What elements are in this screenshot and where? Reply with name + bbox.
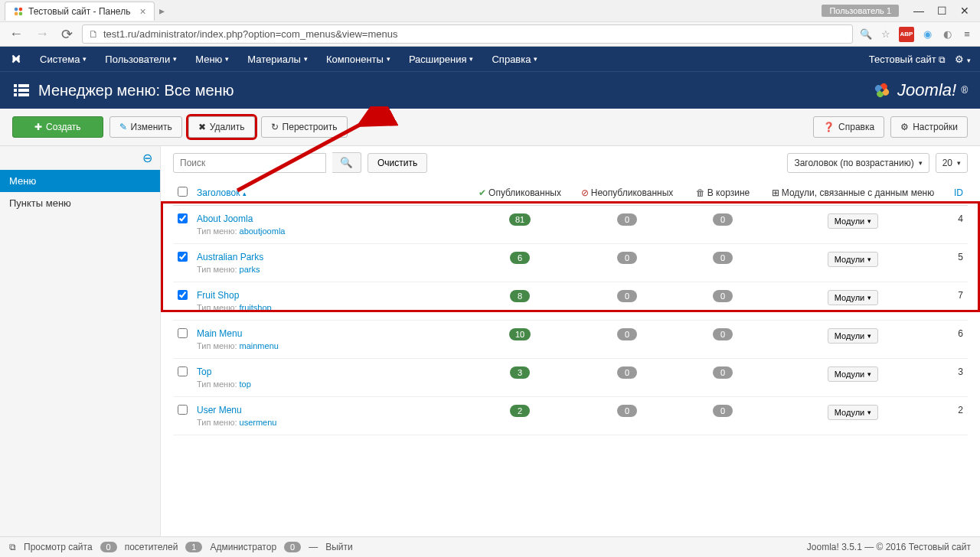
clear-button[interactable]: Очистить [368, 153, 427, 173]
unpublished-badge[interactable]: 0 [617, 405, 637, 417]
nav-content[interactable]: Материалы▾ [240, 49, 315, 70]
trashed-badge[interactable]: 0 [713, 213, 733, 226]
sort-asc-icon: ▴ [243, 190, 247, 197]
row-title-link[interactable]: Top [197, 366, 211, 377]
search-input[interactable] [173, 153, 326, 173]
joomla-favicon-icon [13, 6, 24, 17]
row-type-link[interactable]: mainmenu [240, 341, 279, 350]
check-all[interactable] [178, 187, 188, 197]
svg-point-0 [15, 7, 18, 11]
row-title-link[interactable]: About Joomla [197, 213, 253, 224]
unpublished-badge[interactable]: 0 [617, 328, 637, 340]
nav-users[interactable]: Пользователи▾ [97, 49, 185, 70]
trashed-badge[interactable]: 0 [713, 405, 733, 417]
page-title: Менеджер меню: Все меню [38, 82, 234, 99]
row-checkbox[interactable] [178, 366, 188, 376]
row-title-link[interactable]: Fruit Shop [197, 290, 239, 301]
row-title-link[interactable]: User Menu [197, 405, 242, 415]
published-badge[interactable]: 2 [510, 405, 530, 417]
row-title-link[interactable]: Australian Parks [197, 252, 263, 262]
maximize-icon[interactable]: ☐ [931, 3, 952, 18]
url-input[interactable]: 🗋 test1.ru/administrator/index.php?optio… [82, 24, 853, 44]
close-window-icon[interactable]: ✕ [954, 3, 975, 18]
extension2-icon[interactable]: ◐ [940, 28, 954, 41]
logout-link[interactable]: Выйти [325, 542, 353, 552]
trashed-badge[interactable]: 0 [713, 328, 733, 340]
row-type-link[interactable]: top [240, 379, 251, 389]
modules-button[interactable]: Модули ▾ [828, 405, 878, 420]
site-link[interactable]: Тестовый сайт ⧉ [869, 54, 946, 65]
sidebar-item-menu[interactable]: Меню [0, 170, 160, 192]
published-badge[interactable]: 3 [510, 366, 530, 379]
menu-table: Заголовок ▴ ✔Опубликованных ⊘Неопубликов… [173, 181, 968, 435]
modules-button[interactable]: Модули ▾ [828, 290, 878, 305]
preview-link[interactable]: Просмотр сайта [24, 542, 93, 552]
limit-select[interactable]: 20▾ [936, 153, 968, 173]
minimize-icon[interactable]: — [908, 3, 929, 18]
edit-button[interactable]: ✎Изменить [109, 116, 182, 138]
filter-row: 🔍 Очистить Заголовок (по возрастанию)▾ 2… [173, 152, 968, 173]
help-button[interactable]: ❓Справка [813, 116, 884, 138]
published-badge[interactable]: 81 [509, 213, 531, 226]
nav-menu[interactable]: Меню▾ [188, 49, 237, 70]
reload-icon[interactable]: ⟳ [58, 26, 76, 43]
modules-button[interactable]: Модули ▾ [828, 328, 878, 344]
collapse-icon[interactable]: ⊖ [142, 151, 152, 164]
row-checkbox[interactable] [178, 213, 188, 223]
row-checkbox[interactable] [178, 328, 188, 338]
trashed-badge[interactable]: 0 [713, 366, 733, 379]
published-badge[interactable]: 8 [510, 290, 530, 302]
forward-icon[interactable]: → [32, 26, 52, 42]
svg-rect-4 [14, 84, 17, 87]
user-badge[interactable]: Пользователь 1 [822, 5, 899, 17]
browser-tab[interactable]: Тестовый сайт - Панель × [5, 2, 155, 21]
trashed-badge[interactable]: 0 [713, 252, 733, 264]
sort-select[interactable]: Заголовок (по возрастанию)▾ [787, 153, 929, 173]
joomla-icon[interactable] [9, 52, 23, 66]
unpublished-badge[interactable]: 0 [617, 213, 637, 226]
delete-button[interactable]: ✖Удалить [188, 116, 255, 138]
row-checkbox[interactable] [178, 252, 188, 262]
row-type-link[interactable]: fruitshop [240, 303, 272, 312]
row-checkbox[interactable] [178, 290, 188, 300]
menu-icon[interactable]: ≡ [960, 28, 974, 41]
modules-button[interactable]: Модули ▾ [828, 213, 878, 229]
sidebar-item-menu-items[interactable]: Пункты меню [0, 192, 160, 214]
row-title-link[interactable]: Main Menu [197, 328, 242, 339]
row-type-link[interactable]: usermenu [240, 418, 277, 427]
row-type-link[interactable]: aboutjoomla [240, 226, 286, 236]
svg-rect-9 [18, 93, 29, 96]
create-button[interactable]: ✚Создать [12, 116, 103, 138]
search-icon[interactable]: 🔍 [859, 28, 873, 41]
unpublished-badge[interactable]: 0 [617, 290, 637, 302]
new-tab-button[interactable]: ▸ [159, 5, 165, 17]
row-checkbox[interactable] [178, 405, 188, 415]
nav-help[interactable]: Справка▾ [484, 49, 545, 70]
nav-system[interactable]: Система▾ [32, 49, 94, 70]
published-badge[interactable]: 10 [509, 328, 531, 340]
admin-nav-items: Система▾ Пользователи▾ Меню▾ Материалы▾ … [32, 49, 545, 70]
close-icon[interactable]: × [139, 5, 145, 18]
admin-nav: Система▾ Пользователи▾ Меню▾ Материалы▾ … [0, 47, 980, 71]
footer: ⧉ Просмотр сайта 0 посетителей 1 Админис… [0, 536, 980, 557]
nav-extensions[interactable]: Расширения▾ [401, 49, 482, 70]
th-id[interactable]: ID [954, 187, 963, 198]
rebuild-button[interactable]: ↻Перестроить [261, 116, 348, 138]
search-button[interactable]: 🔍 [332, 152, 361, 173]
gear-icon[interactable]: ⚙ ▾ [955, 54, 971, 65]
back-icon[interactable]: ← [6, 26, 26, 42]
abp-icon[interactable]: ABP [899, 27, 914, 42]
nav-components[interactable]: Компоненты▾ [318, 49, 398, 70]
published-badge[interactable]: 6 [510, 252, 530, 264]
unpublished-badge[interactable]: 0 [617, 366, 637, 379]
extension-icon[interactable]: ◉ [920, 28, 934, 41]
modules-button[interactable]: Модули ▾ [828, 366, 878, 382]
unpublished-badge[interactable]: 0 [617, 252, 637, 264]
star-icon[interactable]: ☆ [879, 28, 893, 41]
modules-button[interactable]: Модули ▾ [828, 252, 878, 267]
trashed-badge[interactable]: 0 [713, 290, 733, 302]
footer-version: Joomla! 3.5.1 — © 2016 Тестовый сайт [807, 542, 971, 552]
row-type-link[interactable]: parks [240, 265, 260, 274]
th-title[interactable]: Заголовок ▴ [197, 187, 247, 198]
options-button[interactable]: ⚙Настройки [890, 116, 968, 138]
